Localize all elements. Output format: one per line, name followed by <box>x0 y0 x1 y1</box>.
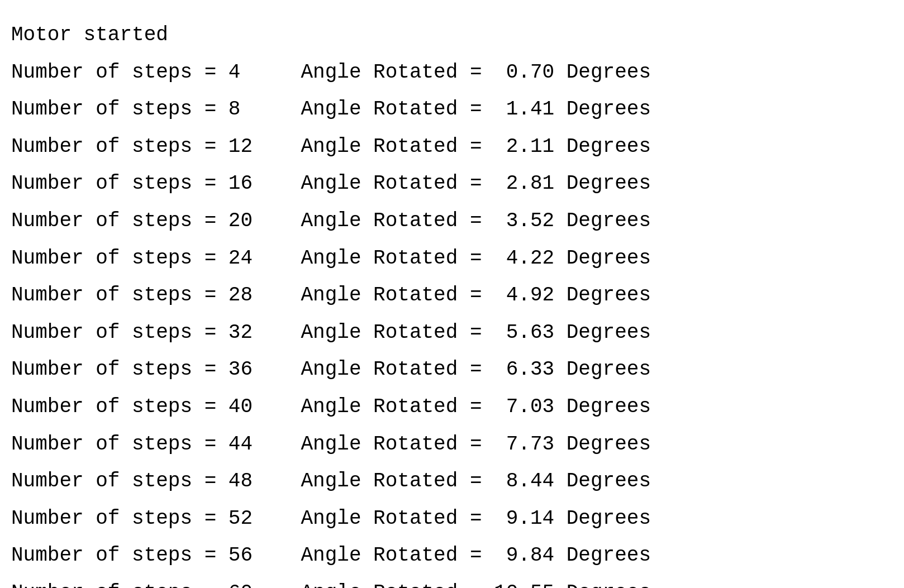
data-row: Number of steps = 8 Angle Rotated = 1.41… <box>11 91 893 128</box>
data-row: Number of steps = 4 Angle Rotated = 0.70… <box>11 54 893 92</box>
data-row: Number of steps = 36 Angle Rotated = 6.3… <box>11 351 893 389</box>
data-row: Number of steps = 40 Angle Rotated = 7.0… <box>11 389 893 426</box>
data-row: Number of steps = 32 Angle Rotated = 5.6… <box>11 314 893 352</box>
motor-started-line: Motor started <box>11 17 893 54</box>
data-row: Number of steps = 60 Angle Rotated = 10.… <box>11 575 893 588</box>
data-row: Number of steps = 52 Angle Rotated = 9.1… <box>11 500 893 538</box>
data-row: Number of steps = 44 Angle Rotated = 7.7… <box>11 426 893 463</box>
data-row: Number of steps = 20 Angle Rotated = 3.5… <box>11 203 893 240</box>
data-row: Number of steps = 28 Angle Rotated = 4.9… <box>11 277 893 314</box>
data-row: Number of steps = 12 Angle Rotated = 2.1… <box>11 128 893 166</box>
data-row: Number of steps = 24 Angle Rotated = 4.2… <box>11 240 893 278</box>
data-row: Number of steps = 16 Angle Rotated = 2.8… <box>11 165 893 203</box>
console-output: Motor startedNumber of steps = 4 Angle R… <box>11 17 893 588</box>
data-row: Number of steps = 48 Angle Rotated = 8.4… <box>11 463 893 500</box>
data-row: Number of steps = 56 Angle Rotated = 9.8… <box>11 537 893 575</box>
